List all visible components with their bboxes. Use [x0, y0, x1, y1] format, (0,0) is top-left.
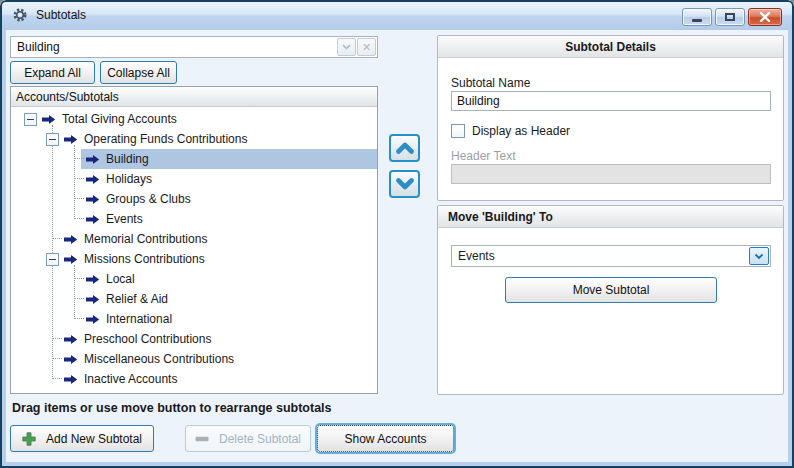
account-arrow-icon: [63, 354, 78, 365]
account-arrow-icon: [85, 174, 100, 185]
tree-item-label: International: [106, 312, 172, 326]
account-arrow-icon: [85, 154, 100, 165]
tree-column-header: Accounts/Subtotals: [11, 87, 377, 107]
move-up-button[interactable]: [389, 134, 420, 162]
tree-item[interactable]: Relief & Aid: [11, 289, 377, 309]
tree-item-label: Building: [106, 152, 149, 166]
delete-subtotal-label: Delete Subtotal: [219, 432, 301, 446]
tree-item[interactable]: Building: [11, 149, 377, 169]
filter-clear-button[interactable]: ✕: [357, 38, 376, 56]
tree-item[interactable]: Memorial Contributions: [11, 229, 377, 249]
tree-connector-line: [68, 269, 81, 289]
add-new-subtotal-label: Add New Subtotal: [46, 432, 142, 446]
tree-item[interactable]: Events: [11, 209, 377, 229]
subtotal-filter-input[interactable]: [11, 40, 337, 54]
tree-connector-line: [68, 189, 81, 209]
account-arrow-icon: [63, 254, 78, 265]
display-as-header-checkbox[interactable]: [451, 124, 465, 138]
tree-item-label: Operating Funds Contributions: [84, 132, 247, 146]
move-subtotal-button[interactable]: Move Subtotal: [505, 277, 717, 303]
account-arrow-icon: [85, 214, 100, 225]
tree-item[interactable]: Preschool Contributions: [11, 329, 377, 349]
tree-item-label: Miscellaneous Contributions: [84, 352, 234, 366]
tree-item[interactable]: Local: [11, 269, 377, 289]
tree-connector-line: [46, 349, 59, 369]
tree-item-label: Preschool Contributions: [84, 332, 211, 346]
tree-item-label: Holidays: [106, 172, 152, 186]
subtotal-details-header: Subtotal Details: [438, 36, 783, 58]
tree-item-label: Missions Contributions: [84, 252, 205, 266]
add-new-subtotal-button[interactable]: Add New Subtotal: [10, 425, 154, 452]
subtotal-details-panel: Subtotal Details Subtotal Name Display a…: [437, 35, 784, 201]
tree-item[interactable]: Total Giving Accounts: [11, 109, 377, 129]
account-arrow-icon: [63, 374, 78, 385]
tree-item-label: Relief & Aid: [106, 292, 168, 306]
subtotal-name-input[interactable]: [451, 91, 771, 111]
tree-expander-collapse-icon[interactable]: [46, 253, 59, 266]
clear-x-icon: ✕: [362, 42, 371, 53]
chevron-down-icon: [396, 178, 414, 190]
minus-icon: [195, 436, 209, 442]
display-as-header-label: Display as Header: [472, 124, 570, 138]
subtotal-filter-combobox[interactable]: ✕: [10, 36, 378, 58]
tree-connector-line: [46, 369, 59, 389]
tree-item[interactable]: Groups & Clubs: [11, 189, 377, 209]
tree-expander-collapse-icon[interactable]: [46, 133, 59, 146]
move-target-combobox[interactable]: Events: [451, 245, 771, 267]
account-arrow-icon: [85, 274, 100, 285]
subtotal-name-label: Subtotal Name: [451, 76, 530, 90]
tree-item-label: Groups & Clubs: [106, 192, 191, 206]
account-arrow-icon: [63, 234, 78, 245]
collapse-all-button[interactable]: Collapse All: [100, 61, 177, 84]
tree-connector-line: [68, 289, 81, 309]
account-arrow-icon: [85, 314, 100, 325]
tree-item-label: Events: [106, 212, 143, 226]
tree-connector-line: [46, 329, 59, 349]
delete-subtotal-button[interactable]: Delete Subtotal: [185, 425, 311, 452]
move-target-value: Events: [452, 249, 749, 263]
tree-item-label: Inactive Accounts: [84, 372, 177, 386]
tree-item-label: Local: [106, 272, 135, 286]
account-arrow-icon: [41, 114, 56, 125]
tree-connector-line: [68, 209, 81, 229]
account-arrow-icon: [63, 134, 78, 145]
tree-item[interactable]: Missions Contributions: [11, 249, 377, 269]
accounts-tree-panel: Accounts/Subtotals Total Giving Accounts…: [10, 86, 378, 394]
tree-item-label: Memorial Contributions: [84, 232, 207, 246]
tree-item[interactable]: International: [11, 309, 377, 329]
filter-dropdown-button[interactable]: [337, 38, 356, 56]
show-accounts-button[interactable]: Show Accounts: [317, 425, 454, 452]
tree-connector-line: [46, 229, 59, 249]
subtotals-window: Subtotals ✕ Expand All: [0, 0, 794, 468]
header-text-input: [451, 164, 771, 184]
rearrange-hint-text: Drag items or use move button to rearran…: [12, 401, 332, 415]
move-target-dropdown-button[interactable]: [749, 247, 769, 265]
chevron-down-icon: [754, 253, 764, 260]
plus-icon: [22, 432, 36, 446]
tree-connector-line: [68, 309, 81, 329]
tree-connector-line: [68, 169, 81, 189]
tree-connector-line: [68, 149, 81, 169]
tree-item-label: Total Giving Accounts: [62, 112, 177, 126]
chevron-up-icon: [396, 142, 414, 154]
tree-item[interactable]: Inactive Accounts: [11, 369, 377, 389]
account-arrow-icon: [85, 294, 100, 305]
move-down-button[interactable]: [389, 170, 420, 198]
chevron-down-icon: [342, 44, 351, 50]
expand-all-button[interactable]: Expand All: [10, 61, 95, 84]
tree-expander-collapse-icon[interactable]: [24, 113, 37, 126]
tree-item[interactable]: Holidays: [11, 169, 377, 189]
header-text-label: Header Text: [451, 149, 515, 163]
account-arrow-icon: [85, 194, 100, 205]
tree-body[interactable]: Total Giving AccountsOperating Funds Con…: [11, 107, 377, 393]
tree-item[interactable]: Operating Funds Contributions: [11, 129, 377, 149]
account-arrow-icon: [63, 334, 78, 345]
move-panel-header: Move 'Building' To: [438, 206, 783, 228]
move-subtotal-panel: Move 'Building' To Events Move Subtotal: [437, 205, 784, 395]
tree-item[interactable]: Miscellaneous Contributions: [11, 349, 377, 369]
